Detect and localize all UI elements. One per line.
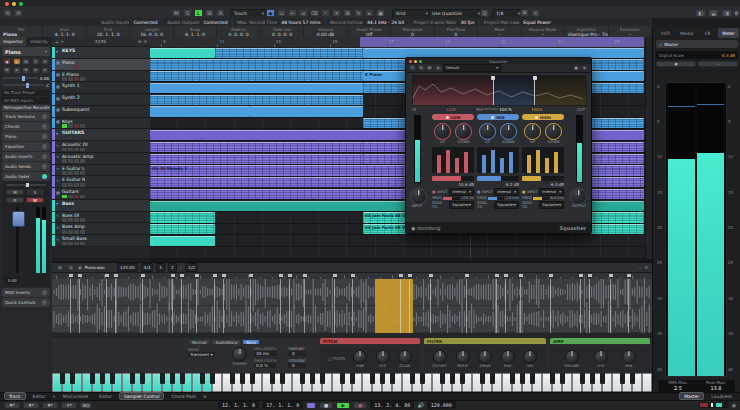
meter-reset-button[interactable]: ●: [656, 61, 696, 67]
s-track-button[interactable]: [68, 124, 73, 128]
pan-slider[interactable]: [6, 184, 46, 186]
punch-in-icon[interactable]: ◉▾: [23, 402, 39, 409]
piano-black-key[interactable]: [530, 373, 535, 384]
lower-zone-toggle-icon[interactable]: ⬓: [708, 9, 719, 17]
freeze-button[interactable]: ❄: [22, 67, 30, 74]
track-row-keys[interactable]: ▦Keys: [52, 118, 150, 130]
track-row-e-guitar-l[interactable]: ∿E Guitar L: [52, 165, 150, 177]
slice-line[interactable]: [466, 279, 467, 333]
lfo-knob[interactable]: [376, 350, 390, 364]
band-amount-slider[interactable]: [477, 176, 519, 181]
plugin-preset-select[interactable]: Default ▾: [443, 64, 501, 72]
piano-black-key[interactable]: [110, 373, 115, 384]
slice-line[interactable]: [181, 279, 182, 333]
r-track-button[interactable]: [74, 230, 79, 234]
info-field-snap[interactable]: Snap4. 1. 1. 0: [174, 26, 217, 37]
inspector-section-audio-sends[interactable]: Audio Sends: [2, 162, 50, 171]
filter-icon[interactable]: ≡: [138, 39, 141, 44]
info-field-invert-phase[interactable]: Invert PhaseOff: [348, 26, 391, 37]
env-knob[interactable]: [501, 350, 515, 364]
slice-line[interactable]: [172, 279, 173, 333]
piano-black-key[interactable]: [560, 373, 565, 384]
slice-line[interactable]: [610, 279, 611, 333]
r-track-button[interactable]: [74, 148, 79, 152]
info-field-extension[interactable]: Extension–: [609, 26, 652, 37]
record-button[interactable]: ●: [353, 402, 367, 409]
state-button-s[interactable]: S: [183, 9, 192, 17]
plugin-compare-icon[interactable]: A: [435, 65, 442, 71]
slice-line[interactable]: [142, 279, 143, 333]
project-position-field[interactable]: 13. 2. 4. 80: [370, 401, 414, 409]
s-track-button[interactable]: [68, 195, 73, 199]
right-zone-tab-meter[interactable]: Meter: [718, 28, 739, 38]
info-field-algorithm[interactable]: Algorithmélastique Pro - Time: [565, 26, 608, 37]
object-selection-tool-icon[interactable]: ◆: [266, 9, 275, 17]
add-track-icon[interactable]: +: [55, 39, 59, 45]
piano-black-key[interactable]: [410, 373, 415, 384]
track-row-keys[interactable]: ▾KEYS: [52, 47, 150, 59]
piano-black-key[interactable]: [350, 373, 355, 384]
meter-tab-loudness[interactable]: Loudness: [707, 393, 736, 399]
piano-black-key[interactable]: [420, 373, 425, 384]
piano-black-key[interactable]: [200, 373, 205, 384]
event-cyan[interactable]: [150, 236, 215, 246]
range-selection-tool-icon[interactable]: ▭: [277, 9, 286, 17]
cycle-button[interactable]: [306, 402, 316, 409]
m-track-button[interactable]: [62, 65, 67, 69]
mute-button[interactable]: M: [22, 58, 30, 65]
info-field-fade-out[interactable]: Fade-Out0. 0. 0. 0: [261, 26, 304, 37]
slice-field-grid-catch[interactable]: GRID CATCH0.0 %: [254, 359, 276, 368]
status-value[interactable]: 48 hours 57 mins: [281, 20, 320, 25]
piano-black-key[interactable]: [210, 373, 215, 384]
r-track-button[interactable]: [74, 65, 79, 69]
piano-black-key[interactable]: [590, 373, 595, 384]
m-track-button[interactable]: [62, 195, 67, 199]
gear-icon[interactable]: ⚙: [143, 39, 147, 44]
s-track-button[interactable]: [68, 242, 73, 246]
event-cyan[interactable]: [150, 212, 215, 222]
slice-line[interactable]: [70, 279, 71, 333]
fine-knob[interactable]: [353, 350, 367, 364]
track-row-bass-amp[interactable]: ∿Bass Amp: [52, 223, 150, 235]
fader-value[interactable]: 0.00: [6, 278, 19, 283]
band-down-knob[interactable]: [545, 123, 562, 140]
piano-black-key[interactable]: [100, 373, 105, 384]
track-row-guitars[interactable]: ▦Guitars: [52, 188, 150, 200]
inspector-section-audio-fader[interactable]: Audio Fader: [2, 172, 50, 181]
m-track-button[interactable]: [62, 171, 67, 175]
s-track-button[interactable]: [68, 171, 73, 175]
lfo-knob[interactable]: [594, 350, 608, 364]
musical-mode-icon[interactable]: ♪: [180, 265, 183, 270]
iterative-quantize-icon[interactable]: ％: [531, 9, 540, 17]
setup-gear-icon[interactable]: ⚙: [734, 9, 739, 17]
piano-black-key[interactable]: [280, 373, 285, 384]
band-enable-pill[interactable]: HIGH: [522, 114, 564, 120]
write-button[interactable]: W: [3, 67, 11, 74]
mix-slider[interactable]: [484, 108, 498, 110]
w-track-button[interactable]: [80, 124, 85, 128]
m-track-button[interactable]: [62, 77, 67, 81]
play-button[interactable]: ▶: [336, 402, 350, 409]
close-icon[interactable]: ✕: [659, 42, 662, 47]
write-automation-button[interactable]: W: [26, 197, 44, 203]
m-track-button[interactable]: [62, 159, 67, 163]
redo-icon[interactable]: ⟳: [14, 9, 23, 17]
fader-track[interactable]: [16, 207, 19, 273]
inspector-tab-visibility[interactable]: Visibility: [26, 37, 52, 46]
s-track-button[interactable]: [68, 183, 73, 187]
piano-black-key[interactable]: [440, 373, 445, 384]
solo-editor-icon[interactable]: s: [67, 264, 75, 271]
slice-line[interactable]: [430, 279, 431, 333]
band-amount-slider[interactable]: [432, 176, 474, 181]
erase-tool-icon[interactable]: ⌫: [310, 9, 319, 17]
solo-button[interactable]: S: [26, 189, 44, 195]
volume-knob[interactable]: [565, 350, 579, 364]
piano-black-key[interactable]: [70, 373, 75, 384]
info-field-volume[interactable]: Volume0.00 dB: [304, 26, 347, 37]
slice-line[interactable]: [520, 279, 521, 333]
plugin-menu-icon[interactable]: ◉: [573, 65, 580, 71]
slice-field-min-length[interactable]: MIN LENGTH30 ms: [254, 347, 277, 356]
r-track-button[interactable]: [74, 124, 79, 128]
track-row-acoustic-di[interactable]: ∿Acoustic DI: [52, 141, 150, 153]
sample-beats-field[interactable]: 2: [168, 263, 177, 272]
